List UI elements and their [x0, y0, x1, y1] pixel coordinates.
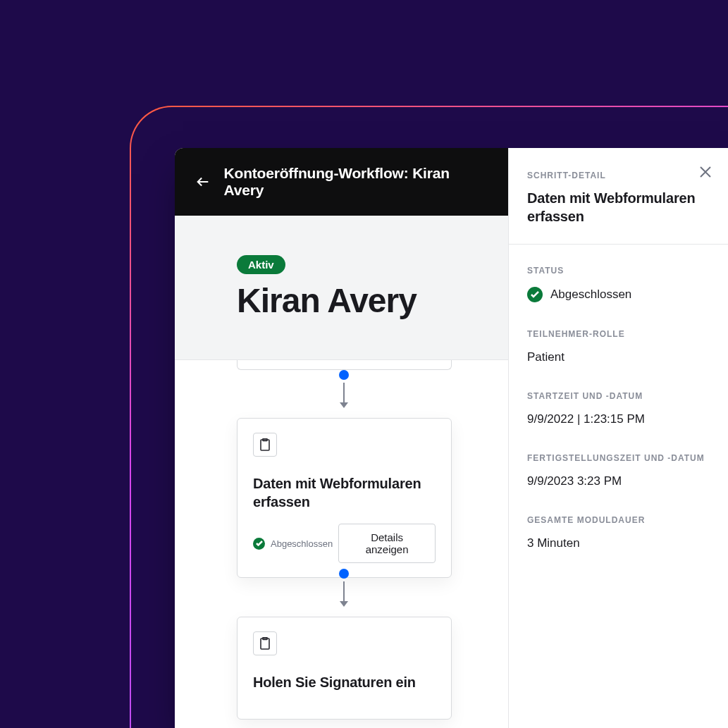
- header-title: Kontoeröffnung-Workflow: Kiran Avery: [224, 165, 488, 199]
- detail-status-section: STATUS Abgeschlossen: [509, 245, 728, 308]
- step-status-text: Abgeschlossen: [271, 538, 333, 549]
- connector-dot-icon: [339, 370, 349, 380]
- arrow-left-icon: [195, 174, 211, 190]
- detail-panel: SCHRITT-DETAIL Daten mit Webformularen e…: [508, 148, 728, 728]
- detail-header: SCHRITT-DETAIL Daten mit Webformularen e…: [509, 148, 728, 245]
- close-button[interactable]: [697, 164, 714, 180]
- detail-title: Daten mit Webformularen erfassen: [527, 189, 710, 226]
- clipboard-icon: [259, 438, 271, 451]
- person-name: Kiran Avery: [237, 281, 446, 320]
- view-details-button[interactable]: Details anzeigen: [338, 524, 436, 563]
- check-circle-icon: [253, 538, 265, 550]
- workflow-canvas: Daten mit Webformularen erfassen Abgesch…: [175, 360, 508, 728]
- step-card-footer: Abgeschlossen Details anzeigen: [253, 524, 436, 563]
- back-button[interactable]: [195, 173, 211, 190]
- end-label: FERTIGSTELLUNGSZEIT UND -DATUM: [527, 453, 710, 463]
- arrow-down-icon: [340, 402, 348, 408]
- detail-header-label: SCHRITT-DETAIL: [527, 171, 710, 180]
- header-bar: Kontoeröffnung-Workflow: Kiran Avery: [175, 148, 508, 216]
- clipboard-icon: [259, 637, 271, 650]
- connector-line: [343, 383, 345, 404]
- role-label: TEILNEHMER-ROLLE: [527, 329, 710, 339]
- main-column: Kontoeröffnung-Workflow: Kiran Avery Akt…: [175, 148, 508, 728]
- step-card-title: Holen Sie Signaturen ein: [253, 674, 436, 692]
- arrow-down-icon: [340, 601, 348, 607]
- workflow-connector: [339, 370, 349, 408]
- app-window: Kontoeröffnung-Workflow: Kiran Avery Akt…: [175, 148, 728, 728]
- start-label: STARTZEIT UND -DATUM: [527, 391, 710, 401]
- detail-duration-section: GESAMTE MODULDAUER 3 Minuten: [509, 494, 728, 556]
- workflow-step-card[interactable]: Daten mit Webformularen erfassen Abgesch…: [237, 418, 452, 578]
- connector-line: [343, 581, 345, 603]
- clipboard-icon-box: [253, 631, 277, 655]
- duration-label: GESAMTE MODULDAUER: [527, 515, 710, 525]
- workflow-card-partial: [237, 360, 452, 370]
- detail-start-section: STARTZEIT UND -DATUM 9/9/2022 | 1:23:15 …: [509, 370, 728, 432]
- status-value-row: Abgeschlossen: [527, 287, 710, 302]
- role-value: Patient: [527, 350, 710, 364]
- subheader: Aktiv Kiran Avery: [175, 216, 508, 360]
- workflow-step-card[interactable]: Holen Sie Signaturen ein: [237, 617, 452, 720]
- detail-role-section: TEILNEHMER-ROLLE Patient: [509, 308, 728, 370]
- close-icon: [699, 166, 712, 178]
- status-label: STATUS: [527, 266, 710, 276]
- end-value: 9/9/2023 3:23 PM: [527, 474, 710, 488]
- workflow-connector: [339, 569, 349, 607]
- detail-end-section: FERTIGSTELLUNGSZEIT UND -DATUM 9/9/2023 …: [509, 432, 728, 494]
- status-badge: Aktiv: [237, 255, 285, 274]
- start-value: 9/9/2022 | 1:23:15 PM: [527, 412, 710, 426]
- status-value: Abgeschlossen: [550, 288, 631, 302]
- step-card-title: Daten mit Webformularen erfassen: [253, 475, 436, 511]
- clipboard-icon-box: [253, 433, 277, 457]
- connector-dot-icon: [339, 569, 349, 579]
- duration-value: 3 Minuten: [527, 536, 710, 550]
- check-circle-icon: [527, 287, 543, 302]
